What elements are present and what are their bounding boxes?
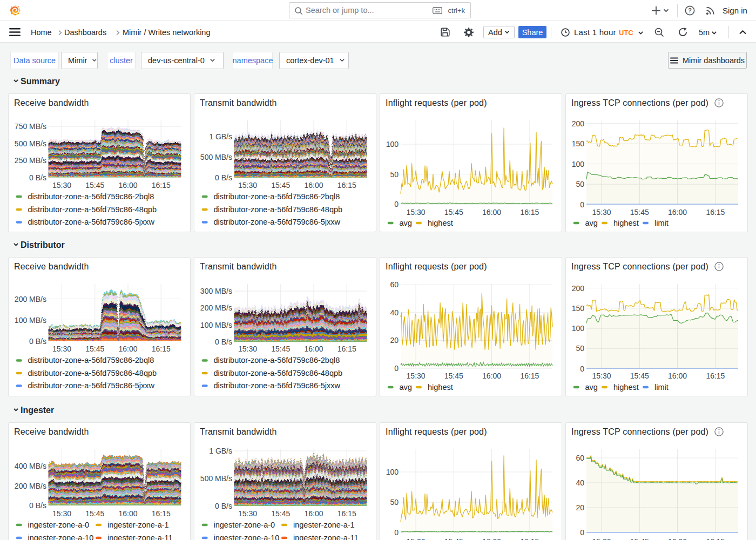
svg-text:16:15: 16:15 [338, 181, 356, 190]
svg-text:16:15: 16:15 [520, 372, 539, 380]
svg-text:0 B/s: 0 B/s [29, 501, 46, 510]
svg-text:distributor-zone-a-56fd759c86-: distributor-zone-a-56fd759c86-5jxxw [28, 381, 155, 390]
svg-text:16:00: 16:00 [482, 372, 501, 380]
svg-text:400 MB/s: 400 MB/s [15, 462, 46, 470]
svg-text:distributor-zone-a-56fd759c86-: distributor-zone-a-56fd759c86-2bql8 [28, 192, 154, 201]
svg-text:ingester-zone-a-1: ingester-zone-a-1 [293, 521, 355, 529]
svg-text:16:15: 16:15 [706, 208, 725, 217]
svg-text:0: 0 [394, 528, 399, 537]
svg-text:avg: avg [585, 383, 598, 392]
svg-text:16:00: 16:00 [304, 345, 323, 353]
svg-text:100: 100 [386, 140, 399, 148]
svg-text:15:30: 15:30 [407, 208, 426, 217]
svg-text:ingester-zone-a-0: ingester-zone-a-0 [214, 521, 275, 529]
svg-text:16:15: 16:15 [152, 345, 171, 353]
svg-text:distributor-zone-a-56fd759c86-: distributor-zone-a-56fd759c86-48qpb [214, 205, 343, 214]
svg-text:0: 0 [580, 200, 584, 209]
svg-text:0: 0 [580, 528, 584, 537]
svg-text:distributor-zone-a-56fd759c86-: distributor-zone-a-56fd759c86-48qpb [28, 369, 157, 377]
svg-text:100: 100 [386, 468, 399, 476]
svg-text:16:15: 16:15 [520, 537, 539, 540]
svg-text:Receive bandwidth: Receive bandwidth [14, 262, 89, 271]
svg-text:15:30: 15:30 [592, 372, 611, 380]
svg-text:0 B/s: 0 B/s [29, 173, 46, 182]
svg-text:15:30: 15:30 [592, 208, 611, 217]
svg-text:ingester-zone-a-10: ingester-zone-a-10 [214, 534, 280, 540]
svg-text:15:30: 15:30 [407, 372, 426, 380]
svg-text:16:00: 16:00 [304, 181, 323, 190]
svg-text:50: 50 [390, 498, 399, 507]
svg-text:200: 200 [572, 284, 585, 293]
svg-text:highest: highest [428, 383, 453, 392]
svg-text:15:45: 15:45 [444, 372, 463, 380]
svg-text:16:15: 16:15 [706, 372, 725, 380]
svg-text:Inflight requests (per pod): Inflight requests (per pod) [386, 98, 487, 107]
svg-text:15:30: 15:30 [238, 181, 257, 190]
svg-text:limit: limit [654, 219, 669, 227]
svg-text:Inflight requests (per pod): Inflight requests (per pod) [386, 427, 487, 436]
svg-text:500 MB/s: 500 MB/s [200, 474, 232, 483]
svg-text:15:45: 15:45 [85, 181, 104, 190]
svg-text:distributor-zone-a-56fd759c86-: distributor-zone-a-56fd759c86-2bql8 [214, 192, 340, 201]
svg-text:16:15: 16:15 [152, 181, 171, 190]
svg-text:15:30: 15:30 [52, 345, 71, 353]
svg-text:highest: highest [428, 219, 453, 227]
svg-text:15:30: 15:30 [52, 181, 71, 190]
svg-text:?: ? [688, 7, 692, 14]
svg-text:200 MB/s: 200 MB/s [200, 303, 232, 312]
svg-text:0 B/s: 0 B/s [215, 502, 232, 510]
svg-text:40: 40 [576, 478, 584, 487]
svg-text:60: 60 [576, 454, 584, 462]
svg-text:15:45: 15:45 [444, 537, 463, 540]
svg-text:0: 0 [580, 364, 584, 373]
svg-text:150: 150 [572, 139, 585, 148]
svg-text:100 MB/s: 100 MB/s [15, 316, 46, 325]
svg-text:750 MB/s: 750 MB/s [15, 122, 46, 131]
svg-text:50: 50 [390, 170, 399, 179]
svg-text:distributor-zone-a-56fd759c86-: distributor-zone-a-56fd759c86-5jxxw [214, 381, 341, 390]
svg-text:15:45: 15:45 [271, 181, 290, 190]
svg-text:limit: limit [654, 383, 669, 392]
svg-text:15:30: 15:30 [238, 345, 257, 353]
svg-text:15:45: 15:45 [630, 537, 649, 540]
svg-text:16:15: 16:15 [520, 208, 539, 217]
svg-text:distributor-zone-a-56fd759c86-: distributor-zone-a-56fd759c86-2bql8 [214, 356, 340, 364]
svg-text:16:00: 16:00 [304, 509, 323, 518]
svg-text:16:00: 16:00 [668, 372, 687, 380]
svg-text:60: 60 [390, 280, 399, 289]
svg-text:50: 50 [576, 344, 584, 353]
svg-text:500 MB/s: 500 MB/s [200, 153, 232, 161]
svg-text:distributor-zone-a-56fd759c86-: distributor-zone-a-56fd759c86-48qpb [28, 205, 157, 214]
svg-text:distributor-zone-a-56fd759c86-: distributor-zone-a-56fd759c86-5jxxw [28, 218, 155, 226]
svg-text:Receive bandwidth: Receive bandwidth [14, 98, 89, 107]
svg-text:15:45: 15:45 [630, 372, 649, 380]
svg-text:Ingress TCP connections (per p: Ingress TCP connections (per pod) [571, 98, 708, 107]
svg-text:100 MB/s: 100 MB/s [200, 321, 232, 329]
svg-text:1 GB/s: 1 GB/s [209, 447, 232, 455]
svg-text:Receive bandwidth: Receive bandwidth [14, 427, 89, 436]
svg-text:15:45: 15:45 [271, 345, 290, 353]
svg-text:highest: highest [613, 383, 639, 392]
svg-text:Inflight requests (per pod): Inflight requests (per pod) [386, 262, 487, 271]
svg-text:500 MB/s: 500 MB/s [15, 139, 46, 148]
svg-text:ingester-zone-a-11: ingester-zone-a-11 [293, 534, 359, 540]
svg-text:100: 100 [572, 324, 585, 333]
svg-text:Transmit bandwidth: Transmit bandwidth [200, 98, 277, 107]
svg-text:20: 20 [390, 336, 399, 345]
svg-text:15:45: 15:45 [271, 509, 290, 518]
svg-text:16:15: 16:15 [338, 509, 356, 518]
svg-text:200 MB/s: 200 MB/s [15, 482, 46, 490]
svg-text:300 MB/s: 300 MB/s [200, 287, 232, 295]
svg-text:15:45: 15:45 [630, 208, 649, 217]
svg-text:16:00: 16:00 [118, 181, 137, 190]
svg-text:distributor-zone-a-56fd759c86-: distributor-zone-a-56fd759c86-2bql8 [28, 356, 154, 364]
svg-text:avg: avg [400, 383, 412, 392]
svg-text:200 MB/s: 200 MB/s [15, 295, 46, 303]
svg-text:16:00: 16:00 [482, 537, 501, 540]
svg-text:16:00: 16:00 [668, 537, 687, 540]
svg-text:200: 200 [572, 119, 585, 128]
svg-text:ingester-zone-a-0: ingester-zone-a-0 [28, 521, 90, 529]
svg-text:0 B/s: 0 B/s [215, 338, 232, 346]
svg-text:16:15: 16:15 [152, 509, 171, 518]
svg-text:100: 100 [572, 160, 585, 168]
